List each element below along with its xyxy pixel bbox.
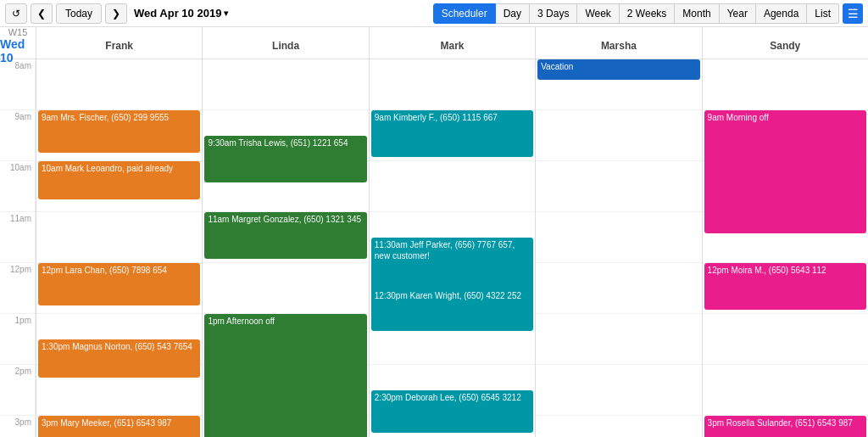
sandy-col: 9am Morning off12pm Moira M., (650) 5643…	[702, 59, 868, 437]
linda-label: Linda	[272, 40, 299, 52]
time-8am: 8am	[0, 59, 35, 110]
event-f1[interactable]: 9am Mrs. Fischer, (650) 299 9555	[38, 110, 200, 153]
vacation-banner[interactable]: Vacation	[537, 59, 699, 80]
event-f5[interactable]: 3pm Mary Meeker, (651) 6543 987	[38, 416, 200, 437]
event-m3[interactable]: 12:30pm Karen Wright, (650) 4322 252	[371, 289, 533, 331]
event-m4[interactable]: 2:30pm Deborah Lee, (650) 6545 3212	[371, 390, 533, 433]
linda-col: 9:30am Trisha Lewis, (651) 1221 65411am …	[202, 59, 368, 437]
time-1pm: 1pm	[0, 314, 35, 365]
refresh-button[interactable]: ↺	[5, 3, 27, 24]
marsha-col: Vacation	[535, 59, 701, 437]
frank-label: Frank	[105, 40, 133, 52]
week-label: W15	[8, 27, 28, 37]
marsha-label: Marsha	[601, 40, 637, 52]
event-l2[interactable]: 11am Margret Gonzalez, (650) 1321 345	[204, 212, 366, 259]
event-s1[interactable]: 9am Morning off	[704, 110, 866, 233]
event-l3[interactable]: 1pm Afternoon off	[204, 314, 366, 437]
event-m2[interactable]: 11:30am Jeff Parker, (656) 7767 657, new…	[371, 238, 533, 293]
event-s2[interactable]: 12pm Moira M., (650) 5643 112	[704, 263, 866, 310]
event-f3[interactable]: 12pm Lara Chan, (650) 7898 654	[38, 263, 200, 305]
staff-header: W15 Wed 10 Frank Linda Mark Marsha Sandy	[0, 27, 868, 59]
event-l1[interactable]: 9:30am Trisha Lewis, (651) 1221 654	[204, 136, 366, 182]
time-column: 8am 9am 10am 11am 12pm 1pm 2pm 3pm 4pm 5…	[0, 59, 36, 437]
view-3days[interactable]: 3 Days	[530, 3, 577, 24]
back-button[interactable]: ❮	[31, 3, 53, 24]
event-s3[interactable]: 3pm Rosella Sulander, (651) 6543 987	[704, 416, 866, 437]
staff-grid: 9am Mrs. Fischer, (650) 299 955510am Mar…	[36, 59, 868, 437]
time-3pm: 3pm	[0, 416, 35, 437]
mark-col: 9am Kimberly F., (650) 1115 66711:30am J…	[369, 59, 535, 437]
view-scheduler[interactable]: Scheduler	[433, 3, 496, 24]
time-9am: 9am	[0, 110, 35, 161]
time-11am: 11am	[0, 212, 35, 263]
calendar-body: 8am 9am 10am 11am 12pm 1pm 2pm 3pm 4pm 5…	[0, 59, 868, 437]
view-month[interactable]: Month	[675, 3, 719, 24]
view-agenda[interactable]: Agenda	[756, 3, 807, 24]
view-list[interactable]: List	[807, 3, 839, 24]
event-f2[interactable]: 10am Mark Leoandro, paid already	[38, 161, 200, 199]
view-day[interactable]: Day	[496, 3, 530, 24]
time-2pm: 2pm	[0, 365, 35, 416]
mark-label: Mark	[440, 40, 464, 52]
event-m1[interactable]: 9am Kimberly F., (650) 1115 667	[371, 110, 533, 157]
forward-button[interactable]: ❯	[105, 3, 127, 24]
view-2weeks[interactable]: 2 Weeks	[620, 3, 675, 24]
frank-col: 9am Mrs. Fischer, (650) 299 955510am Mar…	[36, 59, 202, 437]
view-week[interactable]: Week	[577, 3, 619, 24]
view-year[interactable]: Year	[720, 3, 756, 24]
time-10am: 10am	[0, 161, 35, 212]
calendar: W15 Wed 10 Frank Linda Mark Marsha Sandy…	[0, 27, 868, 437]
nav-title: Wed Apr 10 2019 ▾	[134, 7, 228, 20]
view-buttons: Scheduler Day 3 Days Week 2 Weeks Month …	[433, 3, 839, 24]
event-f4[interactable]: 1:30pm Magnus Norton, (650) 543 7654	[38, 339, 200, 378]
today-button[interactable]: Today	[56, 3, 102, 24]
toolbar: ↺ ❮ Today ❯ Wed Apr 10 2019 ▾ Scheduler …	[0, 0, 868, 27]
sandy-label: Sandy	[770, 40, 800, 52]
menu-button[interactable]: ☰	[843, 3, 863, 24]
time-12pm: 12pm	[0, 263, 35, 314]
